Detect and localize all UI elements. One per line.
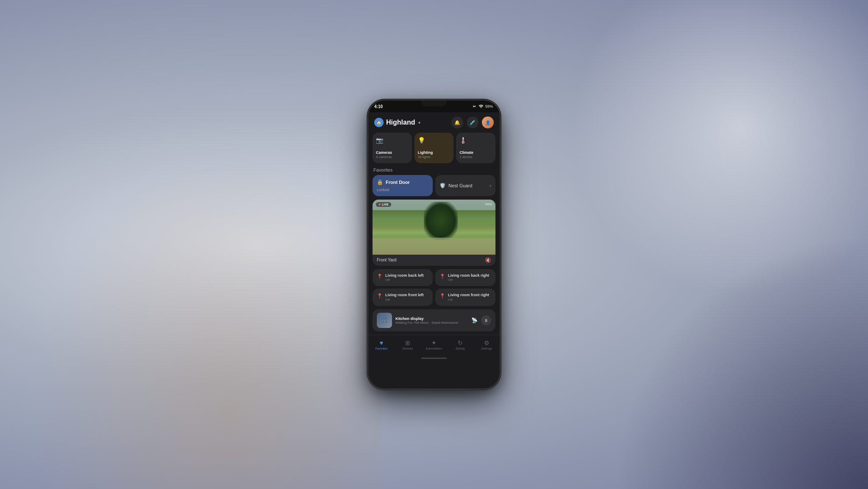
- light-name-2: Living room front left: [385, 293, 424, 298]
- camera-name: Front Yard: [377, 258, 396, 262]
- home-title[interactable]: 🏠 Highland ▾: [374, 118, 420, 127]
- status-bar: 4:10 55%: [368, 100, 500, 112]
- settings-nav-label: Settings: [481, 347, 492, 350]
- light-info-0: Living room back left Off: [385, 273, 424, 282]
- favorites-nav-label: Favorites: [376, 347, 388, 350]
- nav-automations[interactable]: ✦ Automations: [421, 338, 447, 352]
- notifications-button[interactable]: 🔔: [451, 117, 463, 128]
- pin-icon-3: 📍: [440, 293, 445, 299]
- media-song: Waiting For The Moon: [395, 321, 429, 325]
- front-door-name: Front Door: [386, 180, 410, 185]
- nav-settings[interactable]: ⚙ Settings: [473, 338, 500, 352]
- chevron-right-icon: ›: [490, 183, 491, 189]
- live-dot: [378, 203, 381, 206]
- pin-icon-2: 📍: [377, 293, 383, 299]
- camera-road: [373, 238, 495, 255]
- status-time: 4:10: [374, 104, 383, 109]
- light-name-3: Living room front right: [448, 293, 489, 298]
- cameras-sub: 4 cameras: [376, 155, 409, 159]
- light-status-1: Off: [448, 278, 489, 282]
- signal-icon: [479, 104, 484, 109]
- settings-nav-icon: ⚙: [484, 339, 490, 346]
- lighting-sub: 28 lights: [418, 155, 451, 159]
- media-info: Kitchen display Waiting For The Moon · D…: [395, 317, 468, 325]
- category-row: 📷 Cameras 4 cameras 💡 Lighting 28 lights…: [368, 131, 500, 167]
- lock-icon: 🔒: [377, 179, 383, 185]
- notch: [421, 100, 447, 106]
- home-icon: 🏠: [374, 118, 384, 127]
- camera-tree: [424, 202, 458, 240]
- media-controls: 📡 ⏸: [471, 315, 491, 325]
- light-status-0: Off: [385, 278, 424, 282]
- cast-icon[interactable]: 📡: [471, 317, 478, 323]
- bottom-nav: ♥ Favorites ⊞ Devices ✦ Automations ↻ Ac…: [368, 335, 500, 356]
- light-tile-1[interactable]: 📍 Living room back right Off: [435, 269, 495, 286]
- media-track: Waiting For The Moon · David Arkenstone: [395, 321, 468, 325]
- light-info-1: Living room back right Off: [448, 273, 489, 282]
- camera-bottom: Front Yard 🔇: [373, 255, 495, 266]
- bluetooth-icon: [472, 104, 477, 109]
- automations-nav-icon: ✦: [431, 339, 437, 346]
- phone-device: 4:10 55% 🏠 Highland ▾ 🔔 🧪 👤: [368, 100, 500, 389]
- chevron-down-icon: ▾: [418, 120, 420, 125]
- climate-tile[interactable]: 🌡️ Climate 1 device: [456, 133, 495, 163]
- light-info-2: Living room front left Off: [385, 293, 424, 302]
- devices-nav-icon: ⊞: [405, 339, 410, 346]
- media-thumbnail: 🎵: [377, 313, 392, 328]
- activity-nav-icon: ↻: [458, 339, 463, 346]
- lighting-tile[interactable]: 💡 Lighting 28 lights: [415, 133, 454, 163]
- automations-nav-label: Automations: [426, 347, 442, 350]
- camera-mute-icon[interactable]: 🔇: [485, 257, 491, 263]
- media-artist: David Arkenstone: [431, 321, 458, 325]
- front-door-tile[interactable]: 🔒 Front Door Locked: [373, 175, 433, 196]
- camera-image: LIVE Nest: [373, 200, 495, 255]
- live-text: LIVE: [382, 203, 389, 206]
- climate-label: Climate: [459, 150, 492, 155]
- light-tile-0[interactable]: 📍 Living room back left Off: [373, 269, 433, 286]
- camera-feed[interactable]: LIVE Nest Front Yard 🔇: [373, 200, 495, 266]
- nest-guard-inner: 🛡️ Nest Guard: [440, 183, 472, 189]
- home-indicator-bar: [421, 358, 447, 359]
- nav-devices[interactable]: ⊞ Devices: [395, 338, 421, 352]
- shield-icon: 🛡️: [440, 183, 446, 189]
- pause-button[interactable]: ⏸: [481, 315, 491, 325]
- labs-button[interactable]: 🧪: [467, 117, 479, 128]
- light-tile-3[interactable]: 📍 Living room front right Off: [435, 289, 495, 306]
- media-player[interactable]: 🎵 Kitchen display Waiting For The Moon ·…: [373, 309, 495, 331]
- app-screen: 🏠 Highland ▾ 🔔 🧪 👤 📷 Cameras 4 cameras: [368, 112, 500, 389]
- nest-guard-name: Nest Guard: [448, 183, 472, 188]
- camera-live-badge: LIVE: [376, 202, 391, 207]
- lighting-label: Lighting: [418, 150, 451, 155]
- front-door-inner: 🔒 Front Door: [377, 179, 428, 185]
- light-tile-2[interactable]: 📍 Living room front left Off: [373, 289, 433, 306]
- favorites-row: 🔒 Front Door Locked 🛡️ Nest Guard ›: [368, 175, 500, 200]
- phone-wrapper: 4:10 55% 🏠 Highland ▾ 🔔 🧪 👤: [368, 100, 500, 389]
- climate-sub: 1 device: [459, 155, 492, 159]
- light-status-2: Off: [385, 298, 424, 302]
- climate-icon: 🌡️: [459, 137, 492, 144]
- lights-grid: 📍 Living room back left Off 📍 Living roo…: [368, 269, 500, 308]
- light-name-0: Living room back left: [385, 273, 424, 278]
- bg-dark: [614, 235, 868, 489]
- nav-favorites[interactable]: ♥ Favorites: [368, 338, 395, 352]
- pin-icon-0: 📍: [377, 274, 383, 279]
- status-icons: 55%: [472, 104, 493, 109]
- cameras-icon: 📷: [376, 137, 409, 144]
- lighting-icon: 💡: [418, 137, 451, 144]
- top-icons: 🔔 🧪 👤: [451, 117, 494, 128]
- activity-nav-label: Activity: [456, 347, 465, 350]
- light-status-3: Off: [448, 298, 489, 302]
- favorites-nav-icon: ♥: [380, 339, 383, 346]
- cameras-label: Cameras: [376, 150, 409, 155]
- cameras-tile[interactable]: 📷 Cameras 4 cameras: [373, 133, 412, 163]
- home-indicator: [368, 356, 500, 361]
- nav-activity[interactable]: ↻ Activity: [447, 338, 473, 352]
- home-name: Highland: [386, 119, 415, 126]
- pin-icon-1: 📍: [440, 274, 445, 279]
- light-info-3: Living room front right Off: [448, 293, 489, 302]
- avatar-button[interactable]: 👤: [482, 117, 494, 128]
- light-name-1: Living room back right: [448, 273, 489, 278]
- nest-guard-tile[interactable]: 🛡️ Nest Guard ›: [435, 175, 495, 196]
- top-bar: 🏠 Highland ▾ 🔔 🧪 👤: [368, 112, 500, 131]
- favorites-label: Favorites: [368, 167, 500, 175]
